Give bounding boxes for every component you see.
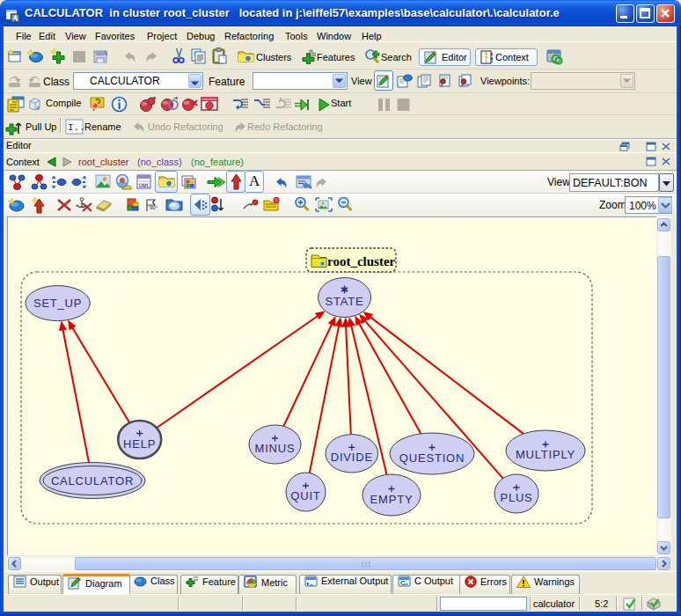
- svg-text:SET_UP: SET_UP: [33, 297, 82, 310]
- svg-text:I...: I...: [68, 122, 84, 133]
- svg-text:MINUS: MINUS: [255, 442, 296, 455]
- svg-text:EMPTY: EMPTY: [370, 493, 414, 506]
- svg-text:C: C: [400, 579, 406, 587]
- svg-text:90°: 90°: [150, 205, 158, 210]
- svg-text:PLUS: PLUS: [500, 491, 532, 504]
- svg-text:STATE: STATE: [326, 295, 364, 308]
- svg-text:UML: UML: [139, 183, 150, 188]
- svg-text:MULTIPLY: MULTIPLY: [516, 448, 575, 461]
- svg-text:QUIT: QUIT: [290, 489, 320, 502]
- svg-text:DIVIDE: DIVIDE: [331, 451, 373, 464]
- svg-text:QUESTION: QUESTION: [399, 451, 465, 465]
- svg-text:CALCULATOR: CALCULATOR: [51, 474, 134, 488]
- svg-text:root_cluster: root_cluster: [327, 254, 396, 268]
- svg-text:HELP: HELP: [123, 437, 156, 451]
